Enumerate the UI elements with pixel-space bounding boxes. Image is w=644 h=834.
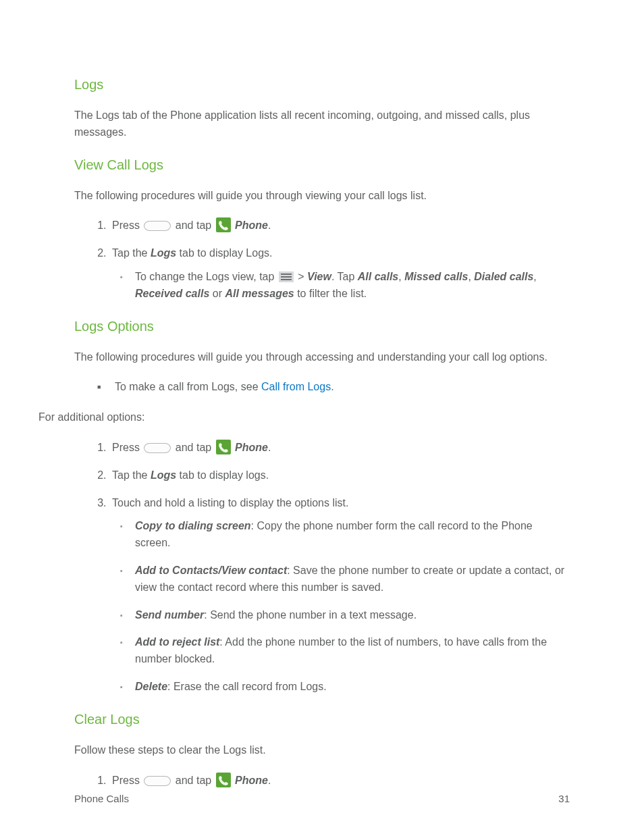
delete-label: Delete bbox=[135, 681, 167, 692]
heading-view-call-logs: View Call Logs bbox=[74, 155, 570, 176]
view-label: View bbox=[307, 271, 331, 282]
logs-options-steps: Press and tap Phone. Tap the Logs tab to… bbox=[74, 440, 570, 696]
intro-logs-options: The following procedures will guide you … bbox=[74, 349, 570, 366]
svg-rect-4 bbox=[281, 279, 292, 280]
all-calls-label: All calls bbox=[358, 271, 398, 282]
list-item: Send number: Send the phone number in a … bbox=[132, 607, 570, 624]
add-to-contacts-label: Add to Contacts/View contact bbox=[135, 565, 287, 576]
dialed-calls-label: Dialed calls bbox=[474, 271, 533, 282]
text: . Tap bbox=[331, 271, 358, 282]
logs-tab-label: Logs bbox=[151, 247, 176, 259]
sub-bullets: To change the Logs view, tap > View. Tap… bbox=[112, 269, 570, 303]
text: Tap the bbox=[112, 469, 151, 481]
heading-logs-options: Logs Options bbox=[74, 316, 570, 337]
call-from-logs-link[interactable]: Call from Logs bbox=[261, 381, 331, 392]
list-item: Tap the Logs tab to display logs. bbox=[109, 467, 570, 484]
additional-options-label: For additional options: bbox=[38, 409, 570, 426]
add-to-reject-list-label: Add to reject list bbox=[135, 636, 219, 648]
options-sublist: Copy to dialing screen: Copy the phone n… bbox=[112, 518, 570, 695]
heading-clear-logs: Clear Logs bbox=[74, 709, 570, 730]
phone-icon bbox=[216, 773, 231, 787]
view-call-logs-steps: Press and tap Phone. Tap the Logs tab to… bbox=[74, 217, 570, 302]
text: tab to display Logs. bbox=[176, 247, 272, 259]
phone-label: Phone bbox=[232, 775, 268, 786]
text: , bbox=[468, 271, 474, 282]
clear-logs-steps: Press and tap Phone. bbox=[74, 773, 570, 789]
list-item: Press and tap Phone. bbox=[109, 440, 570, 457]
phone-icon bbox=[216, 440, 231, 454]
text: . bbox=[331, 381, 333, 392]
intro-logs: The Logs tab of the Phone application li… bbox=[74, 107, 570, 141]
text: or bbox=[209, 288, 225, 299]
text: . bbox=[268, 219, 271, 231]
text: tab to display logs. bbox=[176, 469, 269, 481]
footer: Phone Calls 31 bbox=[74, 791, 570, 806]
phone-label: Phone bbox=[232, 442, 268, 453]
text: to filter the list. bbox=[294, 288, 367, 299]
footer-section-title: Phone Calls bbox=[74, 791, 129, 806]
text: and tap bbox=[172, 775, 214, 786]
svg-rect-6 bbox=[216, 773, 231, 787]
list-item: Add to reject list: Add the phone number… bbox=[132, 634, 570, 668]
home-button-icon bbox=[144, 443, 171, 453]
copy-to-dialing-label: Copy to dialing screen bbox=[135, 520, 251, 531]
make-call-bullet: To make a call from Logs, see Call from … bbox=[74, 379, 570, 396]
text: : Erase the call record from Logs. bbox=[167, 681, 327, 692]
list-item: Delete: Erase the call record from Logs. bbox=[132, 679, 570, 696]
heading-logs: Logs bbox=[74, 74, 570, 95]
menu-icon bbox=[279, 271, 294, 282]
text: . bbox=[268, 442, 271, 453]
text: , bbox=[533, 271, 536, 282]
list-item: Add to Contacts/View contact: Save the p… bbox=[132, 563, 570, 596]
text: : Send the phone number in a text messag… bbox=[204, 609, 417, 621]
text: Tap the bbox=[112, 247, 151, 259]
list-item: Press and tap Phone. bbox=[109, 773, 570, 789]
phone-icon bbox=[216, 217, 231, 232]
svg-rect-5 bbox=[216, 440, 231, 454]
list-item: Copy to dialing screen: Copy the phone n… bbox=[132, 518, 570, 552]
list-item: Touch and hold a listing to display the … bbox=[109, 495, 570, 696]
text: . bbox=[268, 775, 271, 786]
text: > bbox=[295, 271, 307, 282]
text: Press bbox=[112, 219, 142, 231]
svg-rect-2 bbox=[281, 273, 292, 275]
missed-calls-label: Missed calls bbox=[404, 271, 468, 282]
text: Press bbox=[112, 442, 142, 453]
list-item: To change the Logs view, tap > View. Tap… bbox=[132, 269, 570, 303]
intro-view-call-logs: The following procedures will guide you … bbox=[74, 188, 570, 205]
svg-rect-0 bbox=[216, 217, 231, 232]
page-number: 31 bbox=[558, 791, 570, 806]
all-messages-label: All messages bbox=[225, 288, 294, 299]
text: To make a call from Logs, see bbox=[115, 381, 261, 392]
page: Logs The Logs tab of the Phone applicati… bbox=[0, 0, 644, 834]
svg-rect-3 bbox=[281, 276, 292, 278]
phone-label: Phone bbox=[232, 219, 268, 231]
text: Press bbox=[112, 775, 142, 786]
logs-tab-label: Logs bbox=[151, 469, 176, 481]
home-button-icon bbox=[144, 776, 171, 786]
intro-clear-logs: Follow these steps to clear the Logs lis… bbox=[74, 742, 570, 759]
received-calls-label: Received calls bbox=[135, 288, 209, 299]
home-button-icon bbox=[144, 221, 171, 231]
list-item: To make a call from Logs, see Call from … bbox=[112, 379, 570, 396]
text: To change the Logs view, tap bbox=[135, 271, 277, 282]
text: and tap bbox=[172, 219, 214, 231]
text: , bbox=[398, 271, 404, 282]
send-number-label: Send number bbox=[135, 609, 204, 621]
list-item: Tap the Logs tab to display Logs. To cha… bbox=[109, 245, 570, 302]
list-item: Press and tap Phone. bbox=[109, 217, 570, 234]
text: and tap bbox=[172, 442, 214, 453]
text: Touch and hold a listing to display the … bbox=[112, 497, 348, 509]
